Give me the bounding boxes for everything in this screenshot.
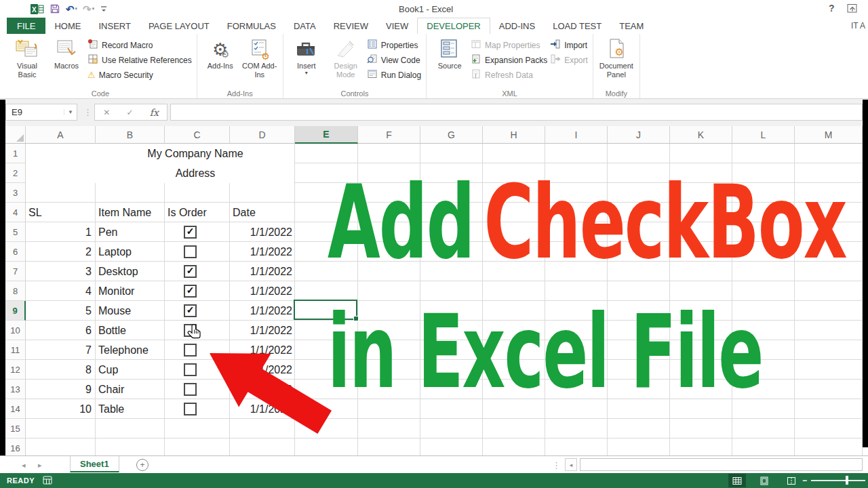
checkbox-telephone[interactable] xyxy=(184,344,197,357)
row-header-5[interactable]: 5 xyxy=(5,222,26,242)
cell-date[interactable]: 1/1/2022 xyxy=(230,321,292,340)
tab-developer[interactable]: DEVELOPER xyxy=(417,18,490,34)
cell-item-name[interactable]: Table xyxy=(98,399,124,419)
column-header-c[interactable]: C xyxy=(165,126,230,144)
cell-header-is-order[interactable]: Is Order xyxy=(167,203,207,222)
help-icon[interactable]: ? xyxy=(829,3,835,14)
row-header-4[interactable]: 4 xyxy=(5,203,26,222)
column-header-g[interactable]: G xyxy=(420,126,483,144)
tab-load-test[interactable]: LOAD TEST xyxy=(544,18,610,34)
customize-quick-access-icon[interactable] xyxy=(98,2,110,16)
cell-sl[interactable]: 5 xyxy=(26,301,92,321)
column-header-k[interactable]: K xyxy=(670,126,732,144)
undo-button[interactable]: ↶▾ xyxy=(64,2,79,16)
checkbox-table[interactable] xyxy=(184,403,197,415)
refresh-data-button[interactable]: !Refresh Data xyxy=(471,70,547,80)
cell-item-name[interactable]: Laptop xyxy=(98,242,132,262)
cell-header-date[interactable]: Date xyxy=(233,203,256,222)
row-header-15[interactable]: 15 xyxy=(5,419,26,439)
ribbon-display-options-icon[interactable] xyxy=(847,3,858,16)
expansion-packs-button[interactable]: Expansion Packs xyxy=(471,55,547,65)
macro-security-button[interactable]: ⚠Macro Security xyxy=(87,70,192,80)
cell-header-item-name[interactable]: Item Name xyxy=(98,203,151,222)
macro-record-icon[interactable] xyxy=(42,475,53,488)
cell-date[interactable]: 1/1/2022 xyxy=(230,242,292,262)
cell-sl[interactable]: 2 xyxy=(26,242,92,262)
row-header-6[interactable]: 6 xyxy=(5,242,26,262)
cancel-icon[interactable]: ✕ xyxy=(103,108,110,117)
insert-button[interactable]: Insert▾ xyxy=(287,35,326,76)
tab-insert[interactable]: INSERT xyxy=(90,18,139,34)
insert-function-icon[interactable]: fx xyxy=(150,107,159,118)
normal-view-button[interactable] xyxy=(728,474,746,487)
checkbox-bottle[interactable] xyxy=(184,324,197,337)
tab-add-ins[interactable]: ADD-INS xyxy=(490,18,544,34)
cell-item-name[interactable]: Cup xyxy=(98,360,118,380)
column-header-m[interactable]: M xyxy=(795,126,863,144)
row-header-12[interactable]: 12 xyxy=(5,360,26,380)
name-box-dropdown-icon[interactable]: ▼ xyxy=(64,109,77,115)
checkbox-chair[interactable] xyxy=(184,383,197,396)
cells-area[interactable]: My Company NameAddressSLItem NameIs Orde… xyxy=(26,144,863,455)
com-add-ins-button[interactable]: ⚙COM Add-Ins xyxy=(240,35,279,79)
row-header-10[interactable]: 10 xyxy=(5,321,26,340)
design-mode-button[interactable]: Design Mode xyxy=(326,35,366,79)
cell-item-name[interactable]: Monitor xyxy=(98,281,134,301)
add-ins-button[interactable]: ⚙⚙Add-Ins xyxy=(201,35,240,70)
row-header-7[interactable]: 7 xyxy=(5,262,26,281)
sheet-tab-sheet1[interactable]: Sheet1 xyxy=(70,456,119,472)
tab-home[interactable]: HOME xyxy=(45,18,90,34)
tab-file[interactable]: FILE xyxy=(7,18,45,34)
column-header-i[interactable]: I xyxy=(545,126,608,144)
tab-review[interactable]: REVIEW xyxy=(325,18,377,34)
cell-date[interactable]: 1/1/2022 xyxy=(230,380,292,399)
name-box[interactable]: E9 ▼ xyxy=(5,104,77,121)
tab-data[interactable]: DATA xyxy=(285,18,325,34)
new-sheet-button[interactable]: + xyxy=(136,459,149,471)
column-header-l[interactable]: L xyxy=(732,126,795,144)
column-header-e[interactable]: E xyxy=(295,126,358,144)
tab-team[interactable]: TEAM xyxy=(610,18,652,34)
row-header-3[interactable]: 3 xyxy=(5,183,26,203)
row-header-16[interactable]: 16 xyxy=(5,439,26,455)
zoom-out-icon[interactable]: − xyxy=(802,476,807,485)
fill-handle[interactable] xyxy=(353,316,359,321)
sheet-nav-left-icon[interactable]: ◂ xyxy=(22,461,26,470)
cell-sl[interactable]: 6 xyxy=(26,321,92,340)
save-button[interactable] xyxy=(47,2,62,16)
enter-icon[interactable]: ✓ xyxy=(126,108,133,117)
page-layout-view-button[interactable] xyxy=(755,474,773,487)
row-header-14[interactable]: 14 xyxy=(5,399,26,419)
use-relative-references-button[interactable]: Use Relative References xyxy=(87,55,192,65)
checkbox-monitor[interactable]: ✓ xyxy=(184,285,197,298)
tab-page-layout[interactable]: PAGE LAYOUT xyxy=(140,18,218,34)
tab-view[interactable]: VIEW xyxy=(377,18,417,34)
account-name[interactable]: IT A xyxy=(851,21,865,30)
run-dialog-button[interactable]: Run Dialog xyxy=(367,70,421,80)
cell-header-sl[interactable]: SL xyxy=(28,203,42,222)
cell-date[interactable]: 1/1/2022 xyxy=(230,399,292,419)
source-button[interactable]: Source xyxy=(430,35,469,70)
zoom-slider-handle[interactable] xyxy=(846,476,848,485)
select-all-corner[interactable] xyxy=(5,126,26,144)
cell-item-name[interactable]: Pen xyxy=(98,222,117,242)
visual-basic-button[interactable]: Visual Basic xyxy=(7,35,47,79)
column-header-h[interactable]: H xyxy=(483,126,545,144)
row-header-2[interactable]: 2 xyxy=(5,163,26,183)
row-header-8[interactable]: 8 xyxy=(5,281,26,301)
cell-item-name[interactable]: Desktop xyxy=(98,262,138,281)
cell-date[interactable]: 1/1/2022 xyxy=(230,222,292,242)
cell-address[interactable]: Address xyxy=(96,163,295,183)
checkbox-mouse[interactable]: ✓ xyxy=(184,304,197,317)
cell-item-name[interactable]: Bottle xyxy=(98,321,126,340)
cell-item-name[interactable]: Telephone xyxy=(98,340,149,360)
hscroll-left-arrow[interactable]: ◂ xyxy=(565,458,577,471)
cell-sl[interactable]: 8 xyxy=(26,360,92,380)
cell-sl[interactable]: 4 xyxy=(26,281,92,301)
column-header-b[interactable]: B xyxy=(96,126,165,144)
redo-button[interactable]: ↷▾ xyxy=(81,2,96,16)
row-header-9[interactable]: 9 xyxy=(5,301,26,321)
cell-item-name[interactable]: Chair xyxy=(98,380,124,399)
map-properties-button[interactable]: Map Properties xyxy=(471,40,547,50)
cell-sl[interactable]: 1 xyxy=(26,222,92,242)
